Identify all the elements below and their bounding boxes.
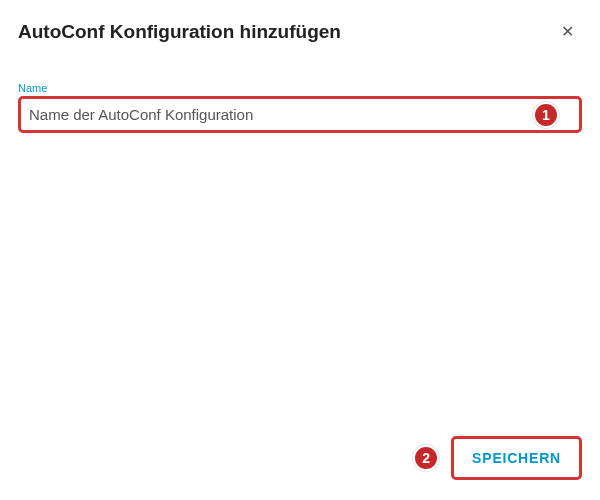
name-field-label: Name	[18, 82, 582, 94]
name-input-annotation-box: 1	[18, 96, 582, 133]
dialog-header: AutoConf Konfiguration hinzufügen ✕	[18, 20, 582, 44]
annotation-marker-1: 1	[533, 102, 559, 128]
dialog-title: AutoConf Konfiguration hinzufügen	[18, 21, 341, 43]
dialog-footer: 2 SPEICHERN	[18, 428, 582, 480]
annotation-marker-2: 2	[413, 445, 439, 471]
name-input[interactable]	[21, 99, 579, 130]
spacer	[18, 133, 582, 428]
save-button-annotation-box: SPEICHERN	[451, 436, 582, 480]
name-field-row: Name 1	[18, 82, 582, 133]
dialog: AutoConf Konfiguration hinzufügen ✕ Name…	[0, 0, 600, 500]
close-button[interactable]: ✕	[553, 20, 582, 44]
close-icon: ✕	[561, 23, 574, 40]
save-button[interactable]: SPEICHERN	[456, 441, 577, 475]
